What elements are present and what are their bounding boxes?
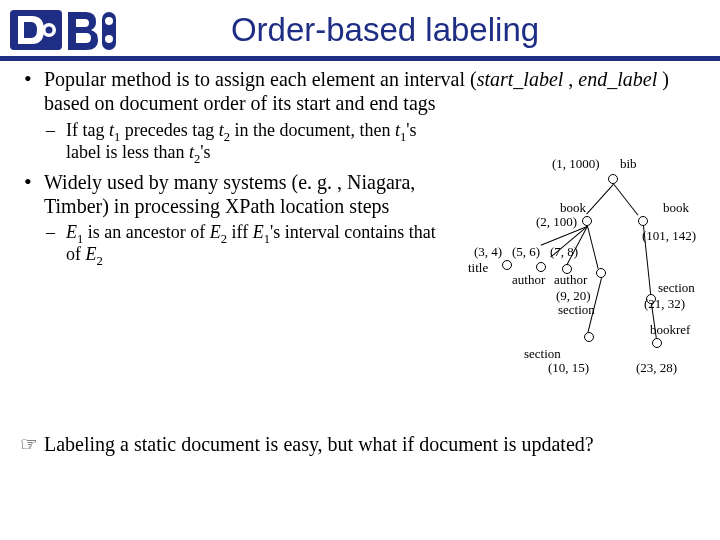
pointing-hand-icon: ☞ xyxy=(20,432,38,456)
label-section1: section xyxy=(558,302,595,318)
bullet-popular-method: Popular method is to assign each element… xyxy=(22,67,698,166)
node-book2 xyxy=(638,216,648,226)
slide-content: Popular method is to assign each element… xyxy=(0,67,720,456)
header-rule xyxy=(0,56,720,61)
interval-bookref: (23, 28) xyxy=(636,360,677,376)
node-book1 xyxy=(582,216,592,226)
svg-point-5 xyxy=(105,35,113,43)
duke-db-logo xyxy=(10,6,120,54)
interval-section3: (10, 15) xyxy=(548,360,589,376)
bullet-text: Widely used by many systems (e. g. , Nia… xyxy=(44,171,415,217)
interval-56: (5, 6) xyxy=(512,244,540,260)
interval-78: (7, 8) xyxy=(550,244,578,260)
slide-header: Order-based labeling xyxy=(0,0,720,54)
bullet-widely-used: Widely used by many systems (e. g. , Nia… xyxy=(22,170,446,267)
label-book-right: book xyxy=(663,200,689,216)
tree-diagram: (1, 1000) bib book (2, 100) book (101, 1… xyxy=(450,170,698,426)
node-bookref xyxy=(652,338,662,348)
label-section2: section xyxy=(658,280,695,296)
svg-point-4 xyxy=(105,17,113,25)
sub-bullet-tag-precedes: If tag t1 precedes tag t2 in the documen… xyxy=(44,120,446,164)
node-author1 xyxy=(536,262,546,272)
node-title xyxy=(502,260,512,270)
slide-title: Order-based labeling xyxy=(120,11,710,49)
label-author1: author xyxy=(512,272,545,288)
bullet-text: Popular method is to assign each element… xyxy=(44,68,669,114)
svg-point-2 xyxy=(46,27,53,34)
label-author2: author xyxy=(554,272,587,288)
sub-bullet-ancestor: E1 is an ancestor of E2 iff E1's interva… xyxy=(44,222,446,266)
bullet-final-question: ☞ Labeling a static document is easy, bu… xyxy=(22,432,698,456)
label-title: title xyxy=(468,260,488,276)
interval-book2: (101, 142) xyxy=(642,228,696,244)
node-bib xyxy=(608,174,618,184)
interval-bib: (1, 1000) xyxy=(552,156,600,172)
node-section1 xyxy=(596,268,606,278)
interval-34: (3, 4) xyxy=(474,244,502,260)
label-bib: bib xyxy=(620,156,637,172)
label-bookref: bookref xyxy=(650,322,690,338)
final-text: Labeling a static document is easy, but … xyxy=(44,433,594,455)
interval-book1: (2, 100) xyxy=(536,214,577,230)
node-section3 xyxy=(584,332,594,342)
